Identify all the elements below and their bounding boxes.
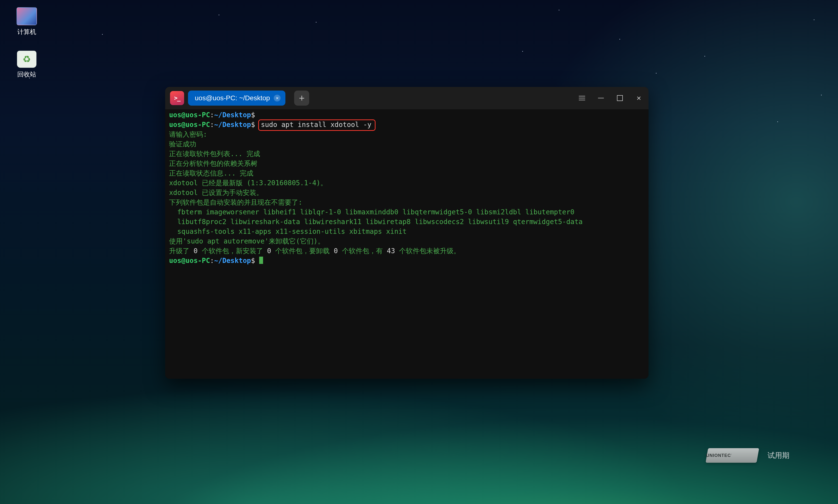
terminal-titlebar[interactable]: uos@uos-PC: ~/Desktop × + × xyxy=(165,87,648,109)
close-window-button[interactable]: × xyxy=(634,93,644,103)
desktop-icon-label: 计算机 xyxy=(12,28,41,36)
terminal-cursor xyxy=(259,257,263,264)
desktop-icon-trash[interactable]: 回收站 xyxy=(12,51,41,79)
terminal-output: uos@uos-PC:~/Desktop$ uos@uos-PC:~/Deskt… xyxy=(169,110,645,266)
tab-close-icon[interactable]: × xyxy=(274,95,281,102)
highlighted-command: sudo apt install xdotool -y xyxy=(261,121,371,129)
desktop-icon-label: 回收站 xyxy=(12,70,41,79)
hamburger-menu-icon[interactable] xyxy=(577,93,587,103)
uniontech-logo: UNIONTECH xyxy=(707,448,758,463)
terminal-tab-active[interactable]: uos@uos-PC: ~/Desktop × xyxy=(188,91,285,106)
computer-icon xyxy=(17,7,37,25)
terminal-window[interactable]: uos@uos-PC: ~/Desktop × + × uos@uos-PC:~… xyxy=(165,87,648,379)
trash-icon xyxy=(17,51,36,68)
new-tab-button[interactable]: + xyxy=(294,91,309,106)
minimize-button[interactable] xyxy=(596,93,606,103)
trial-label: 试用期 xyxy=(768,451,789,461)
terminal-body[interactable]: uos@uos-PC:~/Desktop$ uos@uos-PC:~/Deskt… xyxy=(165,109,648,379)
desktop-icon-computer[interactable]: 计算机 xyxy=(12,7,41,36)
highlighted-command-box: sudo apt install xdotool -y xyxy=(258,120,376,131)
terminal-app-icon xyxy=(170,91,184,105)
watermark: UNIONTECH 试用期 xyxy=(707,448,789,463)
maximize-button[interactable] xyxy=(615,93,625,103)
terminal-tab-title: uos@uos-PC: ~/Desktop xyxy=(195,94,270,102)
